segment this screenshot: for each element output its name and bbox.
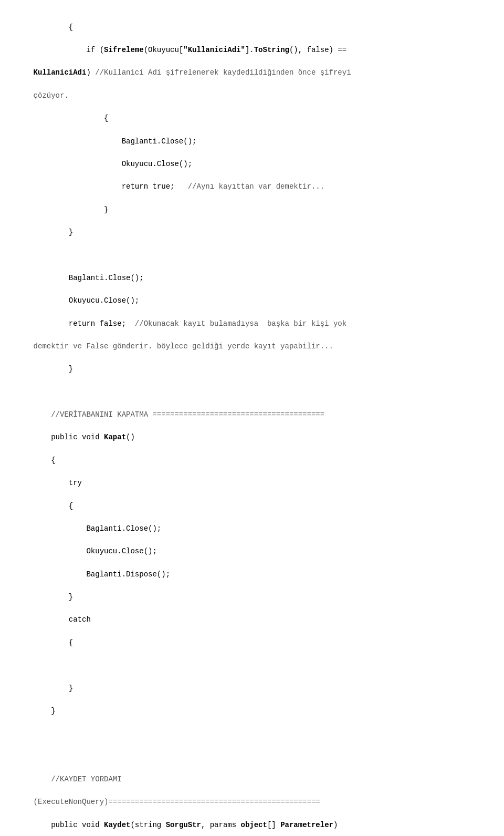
line-12: Okuyucu.Close(); (34, 296, 140, 305)
line-31: public void Kaydet(string SorguStr, para… (34, 821, 338, 829)
line-9: } (34, 205, 109, 214)
line-15: } (34, 365, 74, 373)
line-4: çözüyor. (34, 91, 69, 100)
line-27: } (34, 684, 74, 693)
line-24: } (34, 593, 74, 601)
line-22: Okuyucu.Close(); (34, 547, 157, 555)
line-18: { (34, 456, 56, 465)
line-8: return true; //Aynı kayıttan var demekti… (34, 182, 325, 191)
line-10: } (34, 228, 74, 236)
code-content: { if (Sifreleme(Okuyucu["KullaniciAdi"].… (16, 11, 488, 836)
line-26: { (34, 638, 74, 647)
line-7: Okuyucu.Close(); (34, 160, 192, 168)
line-30: (ExecuteNonQuery)=======================… (34, 798, 320, 806)
line-29: //KAYDET YORDAMI (34, 775, 122, 783)
line-13: return false; //Okunacak kayıt bulamadıy… (34, 319, 347, 328)
line-5: { (34, 114, 109, 122)
line-19: try (34, 479, 82, 487)
line-2: if (Sifreleme(Okuyucu["KullaniciAdi"].To… (34, 46, 347, 54)
line-3: KullaniciAdi) //Kullanici Adi şifrelener… (34, 68, 351, 77)
line-28: } (34, 707, 56, 715)
line-17: public void Kapat() (34, 433, 135, 441)
line-6: Baglanti.Close(); (34, 137, 197, 146)
line-25: catch (34, 615, 91, 624)
line-16: //VERİTABANINI KAPATMA =================… (34, 410, 325, 419)
line-21: Baglanti.Close(); (34, 524, 162, 533)
line-14: demektir ve False gönderir. böylece geld… (34, 342, 333, 350)
line-23: Baglanti.Dispose(); (34, 570, 170, 579)
line-11: Baglanti.Close(); (34, 274, 144, 282)
line-1: { (34, 23, 74, 32)
line-20: { (34, 502, 74, 510)
